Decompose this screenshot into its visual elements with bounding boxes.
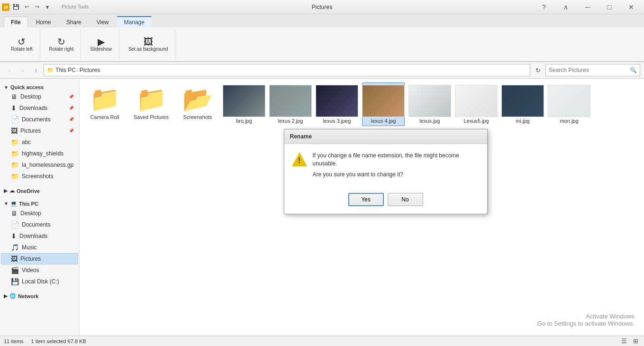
quick-access-label: Quick access [10,84,44,90]
file-item-mi[interactable]: mi.jpg [501,82,544,126]
sidebar-item-la[interactable]: 📁 la_homelessness.gp [1,159,78,171]
tab-view[interactable]: View [90,17,116,27]
dialog-body: ! If you change a file name extension, t… [284,144,487,189]
view-details-button[interactable]: ☰ [619,337,629,346]
sidebar-item-highway[interactable]: 📁 highway_shields [1,148,78,159]
slideshow-icon: ▶ [98,37,105,46]
set-background-icon: 🖼 [144,37,153,46]
slideshow-button[interactable]: ▶ Slideshow [87,36,115,53]
address-crumb-thispc: 📁 This PC [47,67,76,73]
tab-home[interactable]: Home [29,17,58,27]
sidebar-network-group[interactable]: ▶ 🌐 Network [0,291,79,300]
sidebar-item-downloads-quick[interactable]: ⬇ Downloads 📌 [1,102,78,114]
sidebar-item-desktop-pc-label: Desktop [20,210,41,217]
sidebar-item-pictures-pc-label: Pictures [20,255,41,262]
address-sep-1: › [77,67,79,73]
file-item-screenshots[interactable]: 📂 Screenshots [176,82,219,126]
title-bar: 📁 💾 ↩ ↪ ▼ Picture Tools Pictures ? ∧ ─ □… [0,0,644,14]
pin-icon-4: 📌 [69,128,74,133]
forward-button[interactable]: › [17,64,28,76]
sidebar-item-documents-quick[interactable]: 📄 Documents 📌 [1,114,78,125]
redo-icon[interactable]: ↪ [32,2,42,12]
sidebar-item-desktop-quick[interactable]: 🖥 Desktop 📌 [1,91,78,102]
dialog-line1: If you change a file name extension, the… [313,152,480,168]
address-box[interactable]: 📁 This PC › Pictures [44,64,530,76]
set-background-label: Set as background [128,46,168,52]
up-button[interactable]: ↑ [30,64,42,76]
ribbon-group-slideshow: ▶ Slideshow [83,29,119,60]
set-background-button[interactable]: 🖼 Set as background [125,36,171,53]
sidebar-item-pictures-quick[interactable]: 🖼 Pictures 📌 [1,125,78,137]
maximize-button[interactable]: □ [599,0,620,14]
file-item-camera-roll[interactable]: 📁 Camera Roll [83,82,126,126]
file-item-bro[interactable]: bro.jpg [223,82,265,126]
file-item-lexus3[interactable]: lexus 3.jpeg [316,82,358,126]
search-input[interactable] [549,67,630,73]
tab-file[interactable]: File [4,17,28,27]
file-item-saved-pictures[interactable]: 📁 Saved Pictures [130,82,172,126]
view-tiles-button[interactable]: ⊞ [631,337,640,346]
dialog-title-bar: Rename [284,129,487,144]
app-icon: 📁 [2,3,9,11]
sidebar-this-pc-section: ▼ 💻 This PC 🖥 Desktop 📄 Documents ⬇ Down… [0,197,79,289]
documents-pc-icon: 📄 [11,221,19,228]
dialog-title: Rename [290,133,312,140]
file-item-mi-name: mi.jpg [516,118,529,124]
folder-la-icon: 📁 [11,161,19,169]
sidebar-item-documents-pc[interactable]: 📄 Documents [1,219,78,230]
pin-icon-2: 📌 [69,106,74,110]
file-item-lexus[interactable]: lexus.jpg [408,82,451,126]
sidebar-item-music-pc-label: Music [22,244,36,251]
sidebar-this-pc-group[interactable]: ▼ 💻 This PC [0,199,79,208]
sidebar: ▼ Quick access 🖥 Desktop 📌 ⬇ Downloads 📌… [0,79,80,336]
file-item-saved-pictures-name: Saved Pictures [134,114,169,120]
desktop-pc-icon: 🖥 [11,209,18,217]
minimize-button[interactable]: ─ [577,0,599,14]
sidebar-item-videos-pc-label: Videos [22,267,39,273]
close-button[interactable]: ✕ [620,0,642,14]
files-grid: 📁 Camera Roll 📁 Saved Pictures 📂 Screens… [83,82,640,126]
tab-manage[interactable]: Manage [117,16,152,27]
collapse-ribbon-button[interactable]: ∧ [555,0,577,14]
file-item-mon[interactable]: mon.jpg [548,82,590,126]
thumb-mi [501,85,544,117]
undo-icon[interactable]: ↩ [22,2,31,12]
help-button[interactable]: ? [533,0,555,14]
file-item-lexus3-name: lexus 3.jpeg [323,118,351,124]
sidebar-item-pictures-pc[interactable]: 🖼 Pictures [1,253,78,264]
save-icon[interactable]: 💾 [11,2,21,12]
file-item-lexus4[interactable]: lexus 4.jpg [362,82,405,126]
back-button[interactable]: ‹ [4,64,15,76]
folder-highway-icon: 📁 [11,150,19,157]
file-item-lexus2[interactable]: lexus 2.jpg [269,82,312,126]
sidebar-item-music-pc[interactable]: 🎵 Music [1,242,78,253]
sidebar-quick-access-group[interactable]: ▼ Quick access [0,82,79,91]
quick-access-toolbar: 💾 ↩ ↪ ▼ [11,2,52,12]
window-title: Pictures [312,4,332,10]
sidebar-onedrive-section: ▶ ☁ OneDrive [0,184,79,197]
dialog-no-button[interactable]: No [388,193,423,206]
sidebar-item-abc[interactable]: 📁 abc [1,137,78,148]
this-pc-arrow: ▼ [4,201,9,206]
sidebar-item-desktop-pc[interactable]: 🖥 Desktop [1,208,78,219]
file-item-lexus5[interactable]: Lexus5.jpg [455,82,498,126]
rotate-left-button[interactable]: ↺ Rotate left [8,36,36,53]
files-area: 📁 Camera Roll 📁 Saved Pictures 📂 Screens… [80,79,644,336]
ribbon-body: ↺ Rotate left ↻ Rotate right ▶ Slideshow… [0,27,644,62]
thumb-mon [548,85,590,117]
dropdown-icon[interactable]: ▼ [43,2,52,12]
sidebar-item-local-disk[interactable]: 💾 Local Disk (C:) [1,276,78,287]
picture-tools-label: Picture Tools [58,3,92,10]
sidebar-onedrive-group[interactable]: ▶ ☁ OneDrive [0,186,79,195]
dialog-yes-button[interactable]: Yes [348,193,384,206]
refresh-button[interactable]: ↻ [532,64,544,76]
sidebar-item-screenshots-quick[interactable]: 📁 Screenshots [1,171,78,182]
rotate-right-label: Rotate right [49,46,74,52]
sidebar-item-videos-pc[interactable]: 🎬 Videos [1,264,78,276]
onedrive-icon: ☁ [9,188,15,194]
sidebar-item-downloads-pc[interactable]: ⬇ Downloads [1,230,78,242]
rotate-right-button[interactable]: ↻ Rotate right [46,36,77,53]
search-box[interactable]: 🔍 [545,64,640,76]
tab-share[interactable]: Share [59,17,89,27]
pictures-pc-icon: 🖼 [11,255,18,263]
